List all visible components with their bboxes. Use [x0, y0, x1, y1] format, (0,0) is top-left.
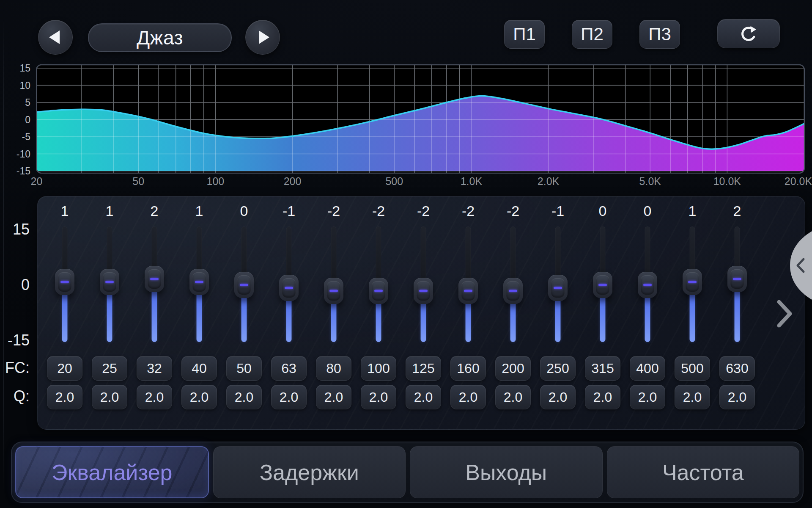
- eq-band: -2 200 2.0: [491, 196, 535, 429]
- fader-handle-inner: [148, 269, 161, 289]
- fc-row-label: FC:: [0, 359, 30, 377]
- q-value-button[interactable]: 2.0: [47, 385, 82, 409]
- fader-handle[interactable]: [727, 266, 747, 292]
- q-row-label: Q:: [0, 387, 30, 406]
- q-value-button[interactable]: 2.0: [361, 385, 396, 409]
- fader-handle[interactable]: [548, 275, 568, 301]
- fc-value-button[interactable]: 630: [719, 356, 755, 381]
- fader-handle[interactable]: [458, 278, 478, 304]
- fc-value-button[interactable]: 125: [406, 356, 441, 381]
- x-tick-label: 50: [119, 175, 157, 188]
- q-value-button[interactable]: 2.0: [316, 385, 351, 409]
- q-value-button[interactable]: 2.0: [540, 385, 576, 409]
- fader-handle[interactable]: [234, 272, 254, 298]
- eq-band: 0 400 2.0: [625, 196, 670, 429]
- reset-button[interactable]: [717, 19, 780, 48]
- tab-delays[interactable]: Задержки: [213, 446, 406, 498]
- q-value-button[interactable]: 2.0: [92, 385, 127, 409]
- fc-value-button[interactable]: 100: [361, 356, 396, 381]
- fader-handle[interactable]: [100, 269, 119, 295]
- fader-handle-inner: [506, 281, 520, 301]
- fader-handle[interactable]: [593, 272, 612, 298]
- tab-outputs[interactable]: Выходы: [410, 446, 603, 498]
- fader-scale-max-label: 15: [0, 220, 30, 239]
- memory-preset-1-label: П1: [513, 24, 536, 44]
- tab-equalizer-label: Эквалайзер: [52, 460, 173, 485]
- q-value-button[interactable]: 2.0: [226, 385, 262, 409]
- memory-preset-3-button[interactable]: П3: [639, 20, 680, 49]
- handle-grip-icon: [509, 290, 517, 292]
- fader-handle-inner: [596, 275, 609, 295]
- tab-frequency[interactable]: Частота: [607, 446, 800, 498]
- fc-value-button[interactable]: 20: [47, 356, 82, 381]
- handle-grip-icon: [105, 281, 114, 283]
- q-value-button[interactable]: 2.0: [585, 385, 620, 409]
- eq-band: -2 125 2.0: [401, 196, 446, 429]
- fc-value-button[interactable]: 400: [630, 356, 665, 381]
- fc-value-button[interactable]: 63: [271, 356, 307, 381]
- fader-handle-inner: [282, 278, 296, 298]
- preset-prev-button[interactable]: [38, 20, 73, 55]
- band-gain-value: 0: [222, 203, 266, 219]
- q-value-button[interactable]: 2.0: [137, 385, 172, 409]
- band-gain-value: 1: [42, 203, 87, 219]
- q-value-button[interactable]: 2.0: [630, 385, 665, 409]
- handle-grip-icon: [150, 278, 159, 280]
- fader-handle[interactable]: [324, 278, 343, 304]
- preset-name-display[interactable]: Джаз: [88, 23, 232, 52]
- handle-grip-icon: [240, 284, 248, 286]
- fader-handle[interactable]: [503, 278, 523, 304]
- memory-preset-1-button[interactable]: П1: [504, 20, 545, 49]
- q-value-button[interactable]: 2.0: [450, 385, 486, 409]
- fc-value-button[interactable]: 50: [226, 356, 262, 381]
- tab-frequency-label: Частота: [662, 460, 744, 485]
- fader-handle[interactable]: [638, 272, 657, 298]
- fader-handle[interactable]: [55, 269, 74, 295]
- tab-equalizer[interactable]: Эквалайзер: [15, 446, 209, 498]
- eq-band: -1 250 2.0: [535, 196, 580, 429]
- handle-grip-icon: [374, 290, 383, 292]
- eq-response-graph: 151050-5-10-15 20501002005001.0K2.0K5.0K…: [0, 59, 812, 190]
- x-tick-label: 1.0K: [452, 175, 490, 188]
- fader-handle[interactable]: [145, 266, 164, 292]
- fc-value-button[interactable]: 80: [316, 356, 351, 381]
- handle-grip-icon: [195, 281, 203, 283]
- handle-grip-icon: [688, 281, 697, 283]
- q-value-button[interactable]: 2.0: [181, 385, 217, 409]
- fader-handle-inner: [417, 281, 430, 301]
- x-tick-label: 100: [196, 175, 234, 188]
- fader-scale-zero-label: 0: [0, 276, 30, 294]
- fader-handle[interactable]: [683, 269, 702, 295]
- side-drawer-handle[interactable]: [787, 229, 812, 303]
- fc-value-button[interactable]: 315: [585, 356, 620, 381]
- fader-handle-inner: [192, 272, 206, 292]
- triangle-right-icon: [259, 30, 269, 44]
- preset-next-button[interactable]: [245, 20, 280, 55]
- fader-handle[interactable]: [279, 275, 299, 301]
- band-gain-value: -2: [446, 203, 491, 219]
- fc-value-button[interactable]: 25: [92, 356, 127, 381]
- q-value-button[interactable]: 2.0: [271, 385, 307, 409]
- fc-value-button[interactable]: 200: [495, 356, 531, 381]
- q-value-button[interactable]: 2.0: [406, 385, 441, 409]
- x-tick-label: 20.0K: [779, 175, 812, 188]
- band-gain-value: -2: [401, 203, 446, 219]
- fc-value-button[interactable]: 250: [540, 356, 576, 381]
- fader-handle[interactable]: [414, 278, 433, 304]
- next-bands-page-button[interactable]: [775, 298, 797, 329]
- fc-value-button[interactable]: 160: [450, 356, 486, 381]
- fc-value-button[interactable]: 40: [181, 356, 217, 381]
- handle-grip-icon: [285, 287, 293, 289]
- bottom-tab-bar: Эквалайзер Задержки Выходы Частота: [11, 442, 804, 503]
- fc-value-button[interactable]: 32: [137, 356, 172, 381]
- q-value-button[interactable]: 2.0: [719, 385, 755, 409]
- fader-handle[interactable]: [369, 278, 388, 304]
- band-gain-value: -2: [356, 203, 401, 219]
- q-value-button[interactable]: 2.0: [495, 385, 531, 409]
- eq-band: -2 80 2.0: [311, 196, 356, 429]
- fader-handle[interactable]: [189, 269, 209, 295]
- memory-preset-2-button[interactable]: П2: [572, 20, 612, 49]
- eq-band: 1 40 2.0: [177, 196, 222, 429]
- fc-value-button[interactable]: 500: [675, 356, 710, 381]
- q-value-button[interactable]: 2.0: [675, 385, 710, 409]
